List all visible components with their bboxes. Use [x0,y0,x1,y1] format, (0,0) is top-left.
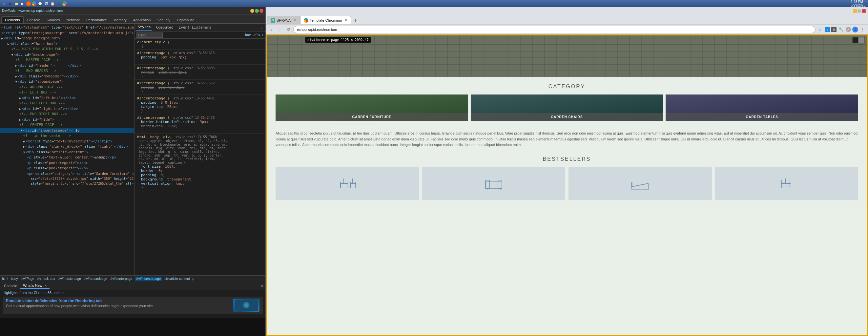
css-tab-event-listeners[interactable]: Event Listeners [178,25,213,30]
css-property: font-size: 100%; [137,164,263,169]
breadcrumb-p[interactable]: p [192,277,194,280]
breadcrumb-article[interactable]: div.article-content [164,277,190,280]
minimize-button[interactable] [250,9,254,13]
category-card-tables[interactable]: GARDEN TABLES [665,94,858,121]
tab1-close-button[interactable]: ✕ [293,18,296,22]
css-source-link[interactable]: style.css?:13-55:8085 [173,66,215,70]
close-button[interactable] [259,9,264,13]
tab-performance[interactable]: Performance [83,17,110,23]
html-line: ▶<div class="hack-box"> [0,41,134,47]
bottom-tab-console[interactable]: Console [1,283,20,288]
product-card-4[interactable] [715,167,859,200]
product-card-2[interactable] [422,167,565,200]
forward-button[interactable]: › [276,26,283,33]
css-source-link[interactable]: style.css?:13-55:4481 [173,96,215,100]
tab-console[interactable]: Console [24,17,43,23]
tab-sources[interactable]: Sources [43,17,63,23]
back-button[interactable]: ‹ [268,26,275,33]
breadcrumb-incenterpage[interactable]: div#incenterpage [135,277,162,281]
browser-tab-2[interactable]: Template Chromium ✕ [300,16,351,24]
bottom-tab-whatsnew[interactable]: What's New ✕ [20,283,49,289]
html-tree-panel[interactable]: <link rel="stylesheet" type="text/css" h… [0,24,134,275]
css-selector: #incenterpage { [137,96,169,100]
html-selected-line[interactable]: ⠿ ▼<div id="incenterpage" == $0 [0,128,134,133]
browser-tab-1[interactable]: S SPRAVA ✕ [267,16,300,24]
html-line: <!-- CENTER PAGE --> [0,122,134,128]
extension-icon-4[interactable]: A [846,27,851,32]
chrome-icon[interactable] [32,1,36,6]
browser-content[interactable]: div#incenterpage 1125 × 2092.47 CATEGORY [266,34,868,336]
breadcrumb-centerpage[interactable]: div#centerpage [110,277,132,280]
new-tab-button[interactable]: + [351,17,359,24]
css-source-link[interactable]: style.css?:13-55:2475 [173,116,215,119]
folder-icon[interactable]: 📁 [14,1,19,6]
hov-button[interactable]: :hov [243,33,251,37]
css-tab-computed[interactable]: Computed [155,25,175,30]
maximize-button[interactable] [255,9,259,13]
media-icon[interactable]: ▶ [20,1,25,6]
category-card-chairs[interactable]: GARDEN CHAIRS [471,94,663,121]
reload-button[interactable]: ↺ [285,26,292,33]
taskbar: ⊞ e 📁 ▶ 💬 🖼 📋 ⊞ 1:48 PM 5/29/2020 [0,0,868,7]
browser-chrome: ─ □ ✕ S SPRAVA ✕ Template Chromium ✕ + [266,7,868,34]
chrome2-icon[interactable] [62,1,67,6]
tab-security[interactable]: Security [154,17,174,23]
tab-lighthouse[interactable]: Lighthouse [174,17,198,23]
tab-elements[interactable]: Elements [1,17,24,23]
extension-icon-1[interactable]: e [825,27,830,32]
start-button[interactable]: ⊞ [1,1,6,6]
product-card-3[interactable] [568,167,712,200]
address-input[interactable] [293,26,815,33]
browser-close-button[interactable]: ✕ [862,9,866,13]
more-options-icon[interactable]: ⋮ [860,26,866,33]
tab-network[interactable]: Network [63,17,83,23]
extension-icon-2[interactable]: ⊞ [831,27,837,32]
excel-icon[interactable]: ⊞ [56,1,61,6]
browser-maximize-button[interactable]: □ [858,9,862,13]
tooltip-text: div#incenterpage 1125 × 2092.47 [307,38,369,42]
color-picker-light[interactable] [859,37,865,43]
css-selector: html, body, div, [137,135,172,139]
breadcrumb-aroundpage[interactable]: div#aroundpage [84,277,107,280]
notif-title[interactable]: Emulate vision deficiencies from the Ren… [6,299,227,303]
css-source-link[interactable]: colors.css?:13-55:673 [173,51,215,55]
breadcrumb-page[interactable]: div#Page [21,277,34,280]
css-filter-input[interactable] [136,32,163,38]
devtools-content-area: <link rel="stylesheet" type="text/css" h… [0,24,266,275]
breadcrumb-masterpage[interactable]: div#masterpage [58,277,81,280]
color-picker-dark[interactable] [852,37,858,43]
user-account-icon[interactable]: 👤 [852,27,858,32]
devtools-titlebar: DevTools - www.eshop-rapid.ro/chromium [0,7,266,14]
bottom-tab-close-icon[interactable]: ✕ [44,284,47,287]
css-source-link[interactable]: style.css?:13-55:7652 [173,81,215,85]
tab-memory[interactable]: Memory [110,17,130,23]
cls-button[interactable]: .cls [252,33,260,37]
breadcrumb-html[interactable]: html [2,277,8,280]
plus-button[interactable]: + [261,33,264,37]
ie-icon[interactable]: e [7,1,13,6]
css-tab-styles[interactable]: Styles [136,24,152,31]
firefox-icon[interactable] [26,1,31,6]
breadcrumb-bar: html body div#Page div.hack-box div#mast… [0,275,266,282]
product-card-1[interactable] [276,167,419,200]
devtools-url: DevTools - www.eshop-rapid.ro/chromium [2,9,250,12]
breadcrumb-body[interactable]: body [11,277,18,280]
css-source-link[interactable]: style.css?:13-55:7868 [176,135,217,139]
breadcrumb-hack[interactable]: div.hack-box [37,277,55,280]
notification-item: Emulate vision deficiencies from the Ren… [3,297,263,314]
extra-icon[interactable]: 📋 [50,1,55,6]
css-property: margin: 0px 7px 7px; [137,85,263,90]
category-card-furniture[interactable]: GARDEN FURNITURE [276,94,468,121]
bookmark-star-icon[interactable]: ☆ [817,26,824,33]
css-selector: #incenterpage { [137,81,169,85]
tab-application[interactable]: Application [130,17,154,23]
photo-icon[interactable]: 🖼 [43,1,49,6]
chat-icon[interactable]: 💬 [37,1,43,6]
website-body: CATEGORY GARDEN FURNITURE GARDEN CHAIRS … [266,77,868,208]
browser-minimize-button[interactable]: ─ [853,9,857,13]
html-line: ▶<div class="clanky_dropky" align="right… [0,144,134,150]
tab2-close-button[interactable]: ✕ [344,18,347,22]
extension-icon-3[interactable]: 🔧 [838,26,844,33]
more-options-icon[interactable]: ⋮⋮ [256,25,264,30]
panel-close-button[interactable]: ✕ [260,283,264,288]
